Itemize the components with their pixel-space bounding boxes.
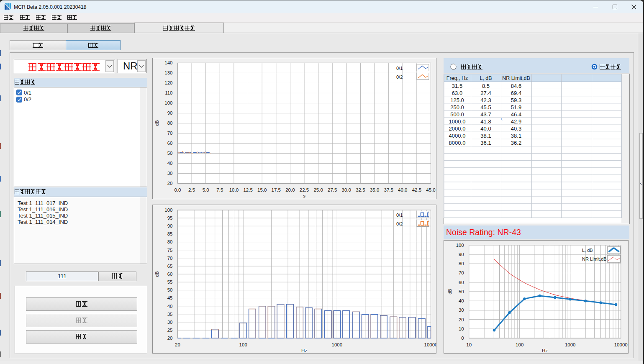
svg-text:69.4: 69.4 [511, 90, 521, 96]
svg-text:0/1: 0/1 [396, 66, 403, 71]
svg-text:Hz: Hz [301, 348, 307, 353]
svg-text:40.3: 40.3 [511, 126, 521, 132]
svg-text:s: s [303, 193, 305, 198]
svg-text:0.0: 0.0 [174, 187, 181, 192]
svg-text:110: 110 [165, 90, 172, 95]
svg-text:50: 50 [167, 151, 173, 156]
svg-text:500.0: 500.0 [450, 111, 464, 118]
svg-text:60: 60 [167, 141, 173, 146]
svg-text:80: 80 [167, 120, 173, 126]
svg-text:27.4: 27.4 [480, 90, 491, 96]
svg-text:100: 100 [516, 342, 523, 347]
svg-text:250.0: 250.0 [450, 104, 464, 110]
svg-text:37.5: 37.5 [384, 187, 393, 192]
svg-text:0: 0 [461, 336, 464, 341]
svg-text:51.9: 51.9 [511, 104, 521, 110]
svg-text:42.3: 42.3 [480, 97, 491, 103]
svg-text:2000.0: 2000.0 [449, 126, 466, 132]
svg-text:L, dB: L, dB [582, 248, 593, 253]
svg-text:38.1: 38.1 [480, 133, 491, 139]
svg-text:100: 100 [164, 208, 172, 213]
svg-text:84.6: 84.6 [511, 83, 521, 89]
svg-text:60: 60 [459, 280, 464, 285]
svg-text:10.0: 10.0 [229, 187, 239, 192]
svg-text:25.0: 25.0 [313, 187, 323, 192]
svg-text:17.5: 17.5 [272, 187, 281, 192]
svg-text:80: 80 [167, 239, 173, 244]
svg-text:8000.0: 8000.0 [449, 140, 466, 146]
svg-text:90: 90 [167, 223, 173, 228]
svg-text:dB: dB [154, 271, 159, 277]
svg-text:90: 90 [459, 252, 464, 257]
svg-text:35: 35 [167, 312, 173, 317]
svg-text:25: 25 [167, 328, 173, 333]
svg-text:70: 70 [459, 270, 464, 275]
svg-text:2.5: 2.5 [188, 187, 195, 192]
svg-text:20.0: 20.0 [285, 187, 295, 192]
svg-text:5.0: 5.0 [203, 187, 209, 192]
svg-text:10: 10 [466, 342, 472, 347]
svg-text:0/1: 0/1 [396, 213, 403, 218]
svg-text:30: 30 [459, 308, 464, 313]
svg-text:1000: 1000 [332, 342, 343, 347]
svg-text:55: 55 [167, 279, 173, 285]
svg-text:22.5: 22.5 [300, 187, 309, 192]
svg-text:20: 20 [459, 317, 464, 322]
svg-text:NR Limit,dB: NR Limit,dB [582, 256, 607, 261]
svg-text:30: 30 [167, 171, 173, 176]
svg-text:50: 50 [167, 287, 173, 292]
svg-text:85: 85 [167, 231, 173, 236]
svg-text:40: 40 [167, 304, 173, 309]
svg-text:80: 80 [459, 261, 464, 266]
svg-text:20: 20 [167, 336, 173, 341]
svg-text:70: 70 [167, 256, 173, 261]
svg-text:12.5: 12.5 [243, 187, 252, 192]
svg-text:45: 45 [167, 295, 173, 300]
svg-text:38.1: 38.1 [511, 133, 521, 139]
svg-text:41.8: 41.8 [480, 118, 491, 125]
svg-text:45.5: 45.5 [480, 104, 491, 110]
svg-text:100: 100 [456, 243, 464, 248]
svg-text:130: 130 [164, 70, 172, 75]
svg-text:90: 90 [167, 110, 173, 115]
svg-text:40: 40 [459, 298, 464, 303]
svg-text:40.0: 40.0 [398, 187, 407, 192]
svg-text:36.2: 36.2 [511, 140, 521, 146]
svg-text:120: 120 [164, 80, 172, 85]
svg-text:60: 60 [167, 272, 173, 277]
svg-text:30.0: 30.0 [342, 187, 351, 192]
svg-text:46.4: 46.4 [511, 111, 521, 118]
svg-text:1000: 1000 [565, 342, 576, 347]
svg-text:70: 70 [167, 131, 173, 136]
svg-text:100: 100 [164, 100, 172, 105]
svg-text:0/2: 0/2 [396, 74, 403, 79]
svg-text:32.5: 32.5 [356, 187, 365, 192]
svg-text:140: 140 [164, 60, 172, 65]
svg-text:1000.0: 1000.0 [449, 118, 466, 125]
svg-text:30: 30 [167, 320, 173, 325]
svg-text:10000: 10000 [424, 342, 436, 347]
svg-text:NR Limit,dB: NR Limit,dB [502, 75, 530, 81]
svg-text:27.5: 27.5 [328, 187, 337, 192]
svg-text:36.1: 36.1 [480, 140, 491, 146]
svg-text:75: 75 [167, 248, 173, 253]
svg-text:20: 20 [175, 342, 180, 347]
svg-text:8.5: 8.5 [482, 83, 490, 89]
svg-text:42.5: 42.5 [412, 187, 421, 192]
svg-text:31.5: 31.5 [452, 83, 462, 89]
svg-text:Freq., Hz: Freq., Hz [446, 75, 468, 81]
svg-text:4000.0: 4000.0 [449, 133, 466, 139]
svg-text:59.3: 59.3 [511, 97, 521, 103]
svg-text:63.0: 63.0 [452, 90, 462, 96]
svg-text:Hz: Hz [542, 348, 548, 353]
svg-text:65: 65 [167, 264, 173, 269]
svg-text:20: 20 [167, 181, 173, 186]
svg-text:7.5: 7.5 [216, 187, 223, 192]
svg-text:43.7: 43.7 [480, 111, 491, 118]
svg-text:50: 50 [459, 289, 464, 294]
svg-text:45.0: 45.0 [426, 187, 435, 192]
svg-text:0/2: 0/2 [396, 221, 403, 226]
svg-text:40.0: 40.0 [480, 126, 491, 132]
svg-text:L, dB: L, dB [480, 75, 492, 81]
svg-text:15.0: 15.0 [257, 187, 267, 192]
